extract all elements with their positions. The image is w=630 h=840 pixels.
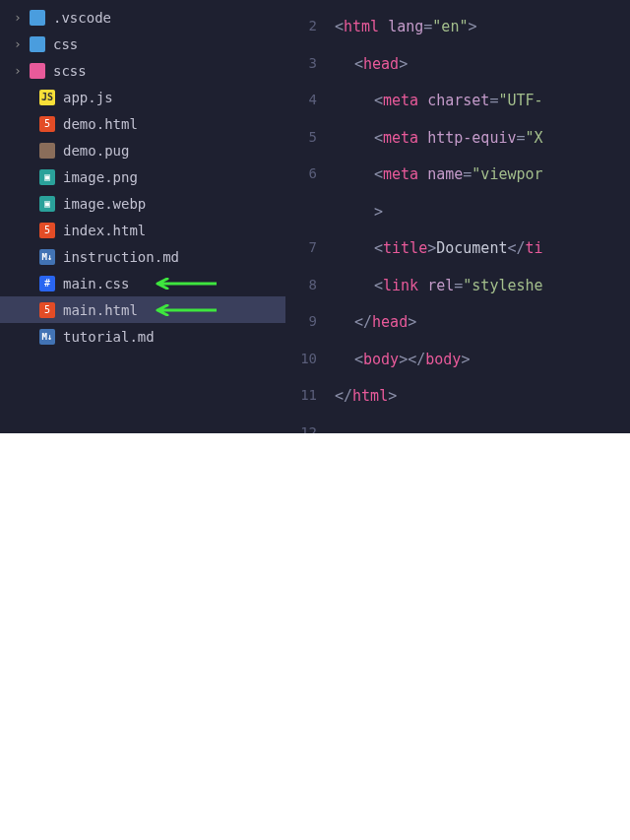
- js-icon: JS: [39, 90, 55, 105]
- image-icon: ▣: [39, 169, 55, 185]
- code-line-9[interactable]: </head>: [335, 313, 630, 351]
- folder-icon: [30, 36, 45, 52]
- editor-window: › .vscode › css › scss JS app.js 5 demo.…: [0, 0, 630, 433]
- code-line-10[interactable]: <body></body>: [335, 351, 630, 388]
- pug-icon: [39, 143, 55, 159]
- code-line-2[interactable]: <html lang="en">: [335, 18, 630, 55]
- markdown-icon: M↓: [39, 249, 55, 265]
- line-number-gutter: 2 3 4 5 6 7 8 9 10 11 12: [285, 0, 335, 433]
- file-index-html[interactable]: 5 index.html: [0, 217, 285, 243]
- code-line-6[interactable]: <meta name="viewpor: [335, 165, 630, 203]
- line-number: 7: [285, 239, 335, 277]
- html-icon: 5: [39, 302, 55, 318]
- file-explorer[interactable]: › .vscode › css › scss JS app.js 5 demo.…: [0, 0, 285, 433]
- folder-icon: [30, 63, 45, 79]
- code-line-7[interactable]: <title>Document</ti: [335, 239, 630, 277]
- line-number: 10: [285, 351, 335, 388]
- file-tutorial-md[interactable]: M↓ tutorial.md: [0, 323, 285, 350]
- file-label: image.png: [63, 169, 138, 185]
- file-label: instruction.md: [63, 249, 179, 265]
- chevron-right-icon: ›: [10, 63, 26, 78]
- line-number: 3: [285, 55, 335, 93]
- file-instruction-md[interactable]: M↓ instruction.md: [0, 243, 285, 270]
- file-image-png[interactable]: ▣ image.png: [0, 163, 285, 190]
- file-label: index.html: [63, 223, 146, 238]
- line-number: 11: [285, 387, 335, 424]
- file-label: css: [53, 36, 78, 52]
- code-line-11[interactable]: </html>: [335, 387, 630, 424]
- html-icon: 5: [39, 116, 55, 132]
- file-label: main.css: [63, 276, 129, 291]
- html-icon: 5: [39, 223, 55, 238]
- line-number: 2: [285, 18, 335, 55]
- code-line-8[interactable]: <link rel="styleshe: [335, 277, 630, 314]
- folder-css[interactable]: › css: [0, 31, 285, 57]
- line-number: 12: [285, 424, 335, 434]
- chevron-right-icon: ›: [10, 36, 26, 51]
- markdown-icon: M↓: [39, 329, 55, 345]
- file-app-js[interactable]: JS app.js: [0, 84, 285, 110]
- line-number: 5: [285, 129, 335, 166]
- css-icon: #: [39, 276, 55, 291]
- file-label: tutorial.md: [63, 329, 155, 345]
- file-label: main.html: [63, 302, 138, 318]
- line-number: 8: [285, 277, 335, 314]
- annotation-arrow: [148, 304, 217, 316]
- line-number: [285, 203, 335, 240]
- line-number: 9: [285, 313, 335, 351]
- file-demo-pug[interactable]: demo.pug: [0, 137, 285, 163]
- file-demo-html[interactable]: 5 demo.html: [0, 110, 285, 137]
- code-line-6b[interactable]: >: [335, 203, 630, 240]
- folder-scss[interactable]: › scss: [0, 57, 285, 84]
- folder-vscode[interactable]: › .vscode: [0, 4, 285, 31]
- line-number: 6: [285, 165, 335, 203]
- file-image-webp[interactable]: ▣ image.webp: [0, 190, 285, 217]
- code-line-5[interactable]: <meta http-equiv="X: [335, 129, 630, 166]
- file-main-html[interactable]: 5 main.html: [0, 296, 285, 323]
- file-label: demo.pug: [63, 143, 129, 159]
- file-label: .vscode: [53, 10, 111, 26]
- file-label: scss: [53, 63, 87, 79]
- code-line-3[interactable]: <head>: [335, 55, 630, 93]
- image-icon: ▣: [39, 196, 55, 212]
- annotation-arrow: [148, 278, 217, 290]
- file-label: image.webp: [63, 196, 146, 212]
- file-label: app.js: [63, 90, 113, 105]
- code-editor[interactable]: <html lang="en"> <head> <meta charset="U…: [335, 0, 630, 433]
- code-line-4[interactable]: <meta charset="UTF-: [335, 92, 630, 129]
- file-main-css[interactable]: # main.css: [0, 270, 285, 296]
- folder-icon: [30, 10, 45, 26]
- file-label: demo.html: [63, 116, 138, 132]
- chevron-right-icon: ›: [10, 10, 26, 25]
- line-number: 4: [285, 92, 335, 129]
